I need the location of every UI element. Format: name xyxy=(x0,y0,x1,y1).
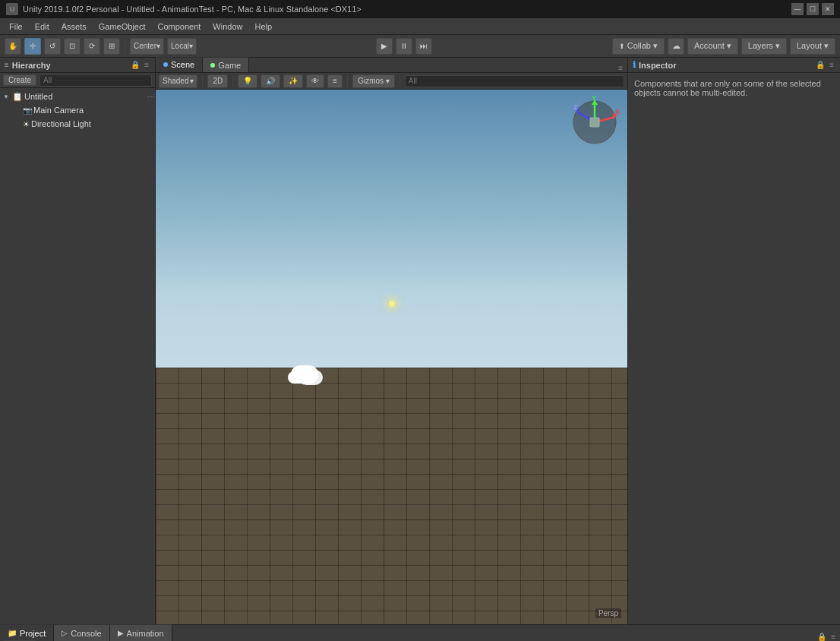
scene-canvas xyxy=(156,90,627,624)
play-button[interactable]: ▶ xyxy=(376,38,393,55)
scene-toolbar-sep1 xyxy=(202,75,203,87)
lighting-button[interactable]: 💡 xyxy=(238,74,257,88)
hierarchy-menu-icon-item[interactable]: ⋯ xyxy=(147,93,155,101)
cloud-button[interactable]: ☁ xyxy=(668,38,684,55)
scene-toolbar-sep2 xyxy=(232,75,233,87)
bottom-lock-icon[interactable]: 🔒 xyxy=(816,633,828,641)
tab-console[interactable]: ▷ Console xyxy=(54,624,109,641)
view-2d-button[interactable]: 2D xyxy=(207,74,228,88)
camera-icon: 📷 xyxy=(23,106,32,115)
tab-scene[interactable]: Scene xyxy=(156,57,203,72)
audio-button[interactable]: 🔊 xyxy=(261,74,280,88)
menu-file[interactable]: File xyxy=(3,21,29,33)
hierarchy-controls: 🔒 ≡ xyxy=(129,61,150,69)
cloud xyxy=(288,371,309,384)
menu-assets[interactable]: Assets xyxy=(55,21,93,33)
toolbar-right: ⬆ Collab ▾ ☁ Account ▾ Layers ▾ Layout ▾ xyxy=(612,38,835,55)
hierarchy-lock-icon[interactable]: 🔒 xyxy=(129,61,141,69)
minimize-button[interactable]: — xyxy=(791,3,804,15)
hierarchy-item-main-camera[interactable]: 📷 Main Camera xyxy=(0,103,155,117)
svg-text:Y: Y xyxy=(592,96,596,102)
coords-button[interactable]: Local ▾ xyxy=(167,38,197,55)
tab-project[interactable]: 📁 Project xyxy=(0,624,54,641)
tab-game[interactable]: Game xyxy=(203,57,249,72)
layers-button[interactable]: Layers ▾ xyxy=(741,38,787,55)
effects-button[interactable]: ✨ xyxy=(283,74,303,88)
inspector-title: Inspector xyxy=(639,61,677,70)
menu-window[interactable]: Window xyxy=(207,21,248,33)
scene-persp-label: Persp xyxy=(595,608,621,618)
menu-component[interactable]: Component xyxy=(151,21,207,33)
bottom-area: 📁 Project ▷ Console ▶ Animation 🔒 ≡ Crea… xyxy=(0,624,840,641)
scene-gizmo[interactable]: X Y Z xyxy=(568,96,621,149)
ground-grid xyxy=(156,368,627,624)
step-button[interactable]: ⏭ xyxy=(415,38,432,55)
hierarchy-tree: ▼ 📋 Untitled ⋯ 📷 Main Camera ☀ Direction… xyxy=(0,88,155,624)
console-tab-icon: ▷ xyxy=(62,629,68,637)
sky xyxy=(156,90,627,384)
toolbar-separator-1 xyxy=(125,39,125,54)
inspector-controls: 🔒 ≡ xyxy=(814,61,835,69)
scene-panel-menu-icon[interactable]: ≡ xyxy=(617,64,624,72)
layout-button[interactable]: Layout ▾ xyxy=(790,38,835,55)
hierarchy-item-untitled[interactable]: ▼ 📋 Untitled ⋯ xyxy=(0,90,155,103)
scene-toolbar-sep3 xyxy=(347,75,348,87)
bottom-menu-icon[interactable]: ≡ xyxy=(829,633,837,641)
menu-help[interactable]: Help xyxy=(248,21,278,33)
scene-hidden-button[interactable]: 👁 xyxy=(306,74,324,88)
hierarchy-icon: ≡ xyxy=(5,61,9,69)
game-tab-dot xyxy=(210,63,215,68)
scene-search-input[interactable] xyxy=(405,75,624,87)
tool-rect[interactable]: ⟳ xyxy=(84,38,100,55)
tree-arrow-untitled: ▼ xyxy=(3,93,11,100)
gizmos-label: Gizmos ▾ xyxy=(358,77,390,85)
gizmos-button[interactable]: Gizmos ▾ xyxy=(352,74,395,88)
inspector-lock-icon[interactable]: 🔒 xyxy=(814,61,826,69)
hierarchy-label-untitled: Untitled xyxy=(24,92,52,101)
tool-scale[interactable]: ⊡ xyxy=(64,38,81,55)
maximize-button[interactable]: ☐ xyxy=(807,3,819,15)
svg-rect-7 xyxy=(590,118,599,127)
close-button[interactable]: ✕ xyxy=(822,3,834,15)
shading-dropdown[interactable]: Shaded ▾ xyxy=(159,74,197,88)
scene-view[interactable]: X Y Z Persp xyxy=(156,90,627,624)
inspector-menu-icon[interactable]: ≡ xyxy=(828,61,835,69)
menu-edit[interactable]: Edit xyxy=(29,21,55,33)
window-controls: — ☐ ✕ xyxy=(791,3,834,15)
game-tab-label: Game xyxy=(218,61,241,70)
collab-button[interactable]: ⬆ Collab ▾ xyxy=(612,38,665,55)
scene-toolbar-sep4 xyxy=(399,75,400,87)
tool-rotate[interactable]: ↺ xyxy=(44,38,61,55)
tool-move[interactable]: ✛ xyxy=(24,38,41,55)
inspector-icon: ℹ xyxy=(633,60,636,70)
hierarchy-menu-icon[interactable]: ≡ xyxy=(143,61,150,69)
center-area: Scene Game ≡ Shaded ▾ 2D 💡 🔊 ✨ 👁 ≡ xyxy=(156,58,627,624)
scene-tab-dot xyxy=(163,62,168,67)
svg-text:Z: Z xyxy=(573,103,578,111)
console-tab-label: Console xyxy=(71,629,101,638)
light-icon: ☀ xyxy=(23,120,30,128)
hierarchy-header: ≡ Hierarchy 🔒 ≡ xyxy=(0,58,155,73)
stats-button[interactable]: ≡ xyxy=(327,74,343,88)
hierarchy-label-main-camera: Main Camera xyxy=(33,106,84,115)
tab-animation[interactable]: ▶ Animation xyxy=(110,624,172,641)
account-button[interactable]: Account ▾ xyxy=(687,38,738,55)
hierarchy-title: Hierarchy xyxy=(12,61,51,70)
hierarchy-search-input[interactable] xyxy=(39,74,152,87)
animation-tab-label: Animation xyxy=(127,629,164,638)
sun-light xyxy=(389,301,395,307)
menu-gameobject[interactable]: GameObject xyxy=(93,21,152,33)
pivot-button[interactable]: Center ▾ xyxy=(130,38,164,55)
tool-transform[interactable]: ⊞ xyxy=(103,38,120,55)
toolbar: ✋ ✛ ↺ ⊡ ⟳ ⊞ Center ▾ Local ▾ ▶ ⏸ ⏭ ⬆ Col… xyxy=(0,35,840,58)
window-title: Unity 2019.1.0f2 Personal - Untitled - A… xyxy=(23,5,791,14)
tool-hand[interactable]: ✋ xyxy=(5,38,21,55)
hierarchy-create-button[interactable]: Create xyxy=(3,74,36,86)
shading-arrow: ▾ xyxy=(190,77,194,85)
title-bar: U Unity 2019.1.0f2 Personal - Untitled -… xyxy=(0,0,840,18)
hierarchy-item-directional-light[interactable]: ☀ Directional Light xyxy=(0,117,155,131)
scene-panel-controls: ≡ xyxy=(617,64,624,72)
main-content: ≡ Hierarchy 🔒 ≡ Create ▼ 📋 Untitled ⋯ 📷 xyxy=(0,58,840,624)
pause-button[interactable]: ⏸ xyxy=(396,38,412,55)
project-tab-label: Project xyxy=(20,629,46,638)
